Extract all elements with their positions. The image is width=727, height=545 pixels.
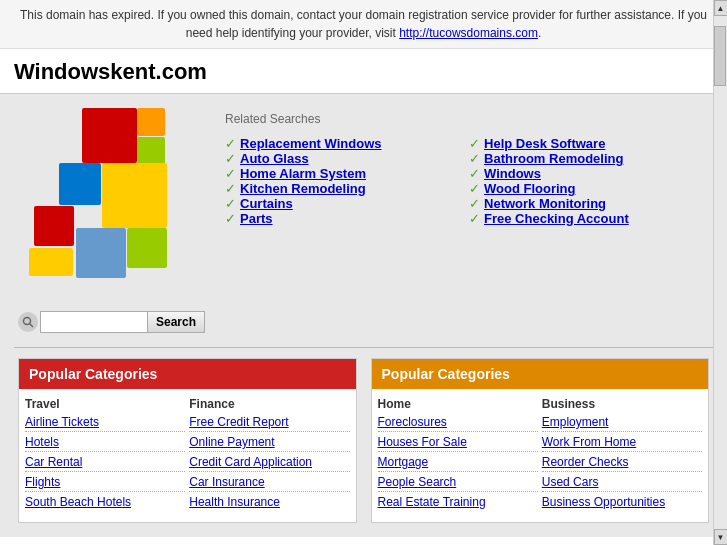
checkmark-icon: ✓ — [225, 196, 236, 211]
checkmark-icon: ✓ — [469, 211, 480, 226]
related-link[interactable]: Auto Glass — [240, 151, 309, 166]
cat-link[interactable]: Business Opportunities — [542, 495, 702, 511]
cat-link[interactable]: Flights — [25, 475, 185, 492]
cat-col: FinanceFree Credit ReportOnline PaymentC… — [189, 397, 349, 514]
related-label: Related Searches — [225, 112, 703, 126]
related-link[interactable]: Home Alarm System — [240, 166, 366, 181]
related-link[interactable]: Bathroom Remodeling — [484, 151, 623, 166]
related-link[interactable]: Network Monitoring — [484, 196, 606, 211]
checkmark-icon: ✓ — [225, 166, 236, 181]
related-link[interactable]: Parts — [240, 211, 273, 226]
site-header: Windowskent.com — [0, 49, 727, 94]
scroll-up-button[interactable]: ▲ — [714, 0, 728, 16]
related-link[interactable]: Replacement Windows — [240, 136, 381, 151]
search-input[interactable] — [40, 311, 148, 333]
scroll-track[interactable] — [714, 16, 727, 529]
cat-link[interactable]: Foreclosures — [378, 415, 538, 432]
related-col: ✓Replacement Windows✓Auto Glass✓Home Ala… — [225, 136, 459, 226]
related-link[interactable]: Help Desk Software — [484, 136, 605, 151]
related-item: ✓Home Alarm System — [225, 166, 459, 181]
related-item: ✓Free Checking Account — [469, 211, 703, 226]
logo-square — [82, 108, 137, 163]
cat-link[interactable]: Used Cars — [542, 475, 702, 492]
logo-square — [76, 228, 126, 278]
logo-square — [59, 163, 101, 205]
related-link[interactable]: Windows — [484, 166, 541, 181]
logo-square — [127, 228, 167, 268]
cat-link[interactable]: Houses For Sale — [378, 435, 538, 452]
related-link[interactable]: Curtains — [240, 196, 293, 211]
scroll-thumb[interactable] — [714, 26, 726, 86]
cat-col-header: Finance — [189, 397, 349, 411]
cat-link[interactable]: People Search — [378, 475, 538, 492]
content-inner: Search Related Searches ✓Replacement Win… — [14, 108, 713, 333]
cat-link[interactable]: Online Payment — [189, 435, 349, 452]
cat-columns-right: HomeForeclosuresHouses For SaleMortgageP… — [372, 389, 709, 522]
cat-col-header: Business — [542, 397, 702, 411]
related-item: ✓Auto Glass — [225, 151, 459, 166]
related-grid: ✓Replacement Windows✓Auto Glass✓Home Ala… — [225, 136, 703, 226]
logo-area: Search — [14, 108, 205, 333]
cat-header-left: Popular Categories — [19, 359, 356, 389]
cat-link[interactable]: Reorder Checks — [542, 455, 702, 472]
checkmark-icon: ✓ — [469, 151, 480, 166]
cat-col-header: Travel — [25, 397, 185, 411]
main-content: Search Related Searches ✓Replacement Win… — [0, 94, 727, 537]
cat-link[interactable]: Airline Tickets — [25, 415, 185, 432]
svg-point-0 — [24, 318, 31, 325]
logo-squares — [14, 108, 169, 303]
cat-link[interactable]: Credit Card Application — [189, 455, 349, 472]
cat-col: TravelAirline TicketsHotelsCar RentalFli… — [25, 397, 185, 514]
cat-link[interactable]: Health Insurance — [189, 495, 349, 511]
logo-square — [29, 248, 73, 276]
checkmark-icon: ✓ — [469, 196, 480, 211]
cat-link[interactable]: Free Credit Report — [189, 415, 349, 432]
checkmark-icon: ✓ — [469, 166, 480, 181]
logo-square — [137, 137, 165, 165]
scroll-down-button[interactable]: ▼ — [714, 529, 728, 537]
cat-link[interactable]: Mortgage — [378, 455, 538, 472]
checkmark-icon: ✓ — [469, 136, 480, 151]
related-link[interactable]: Wood Flooring — [484, 181, 575, 196]
scrollbar[interactable]: ▲ ▼ — [713, 0, 727, 537]
search-icon — [18, 312, 38, 332]
tucows-link[interactable]: http://tucowsdomains.com — [399, 26, 538, 40]
related-item: ✓Kitchen Remodeling — [225, 181, 459, 196]
related-link[interactable]: Kitchen Remodeling — [240, 181, 366, 196]
svg-line-1 — [30, 324, 34, 328]
cat-link[interactable]: South Beach Hotels — [25, 495, 185, 511]
related-item: ✓Windows — [469, 166, 703, 181]
cat-link[interactable]: Car Insurance — [189, 475, 349, 492]
cat-link[interactable]: Real Estate Training — [378, 495, 538, 511]
related-item: ✓Parts — [225, 211, 459, 226]
related-item: ✓Curtains — [225, 196, 459, 211]
categories-section: Popular Categories TravelAirline Tickets… — [14, 358, 713, 523]
checkmark-icon: ✓ — [225, 181, 236, 196]
related-item: ✓Bathroom Remodeling — [469, 151, 703, 166]
related-col: ✓Help Desk Software✓Bathroom Remodeling✓… — [469, 136, 703, 226]
cat-link[interactable]: Hotels — [25, 435, 185, 452]
checkmark-icon: ✓ — [225, 211, 236, 226]
cat-link[interactable]: Car Rental — [25, 455, 185, 472]
checkmark-icon: ✓ — [469, 181, 480, 196]
search-button[interactable]: Search — [148, 311, 205, 333]
categories-left: Popular Categories TravelAirline Tickets… — [18, 358, 357, 523]
related-item: ✓Replacement Windows — [225, 136, 459, 151]
search-bar: Search — [14, 311, 205, 333]
notification-bar: This domain has expired. If you owned th… — [0, 0, 727, 49]
related-item: ✓Help Desk Software — [469, 136, 703, 151]
related-link[interactable]: Free Checking Account — [484, 211, 629, 226]
logo-square — [102, 163, 167, 228]
cat-col: HomeForeclosuresHouses For SaleMortgageP… — [378, 397, 538, 514]
cat-columns-left: TravelAirline TicketsHotelsCar RentalFli… — [19, 389, 356, 522]
cat-header-right: Popular Categories — [372, 359, 709, 389]
related-item: ✓Wood Flooring — [469, 181, 703, 196]
divider — [14, 347, 713, 348]
cat-link[interactable]: Employment — [542, 415, 702, 432]
related-searches-panel: Related Searches ✓Replacement Windows✓Au… — [215, 108, 713, 230]
checkmark-icon: ✓ — [225, 151, 236, 166]
checkmark-icon: ✓ — [225, 136, 236, 151]
cat-col-header: Home — [378, 397, 538, 411]
cat-link[interactable]: Work From Home — [542, 435, 702, 452]
site-title: Windowskent.com — [14, 59, 713, 85]
